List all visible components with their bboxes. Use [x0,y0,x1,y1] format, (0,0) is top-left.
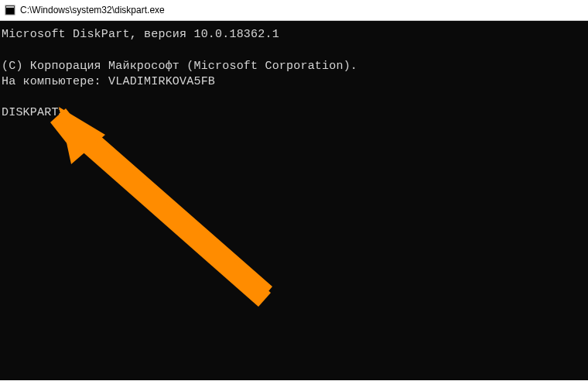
window-title: C:\Windows\system32\diskpart.exe [20,5,165,15]
application-icon [5,5,15,15]
console-line: (C) Корпорация Майкрософт (Microsoft Cor… [2,60,357,73]
diskpart-prompt: DISKPART> [2,106,66,119]
console-line: Microsoft DiskPart, версия 10.0.18362.1 [2,28,279,41]
title-bar[interactable]: C:\Windows\system32\diskpart.exe [0,0,588,21]
console-line: На компьютере: VLADIMIRKOVA5FB [2,75,215,88]
console-output[interactable]: Microsoft DiskPart, версия 10.0.18362.1 … [0,21,588,380]
console-window: C:\Windows\system32\diskpart.exe Microso… [0,0,588,380]
svg-rect-1 [6,6,14,8]
